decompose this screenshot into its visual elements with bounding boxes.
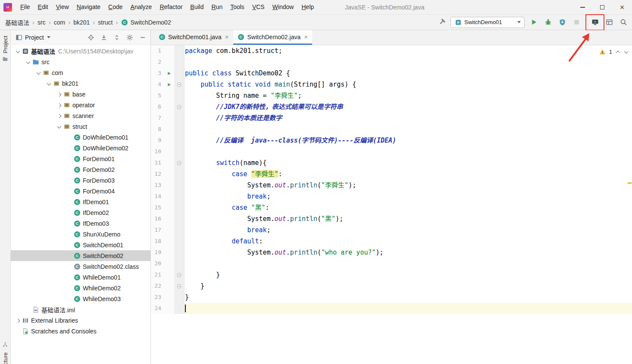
chevron-down-icon[interactable] [25,59,32,65]
tree-item-ifdemo03[interactable]: CIfDemo03 [11,218,150,229]
tree-item-ifdemo01[interactable]: CIfDemo01 [11,196,150,207]
code-text[interactable]: case "黑": [185,202,632,213]
menu-code[interactable]: Code [104,0,126,14]
tree-item-dowhiledemo02[interactable]: CDoWhileDemo02 [11,143,150,153]
code-text[interactable]: //字符的本质还是数字 [185,112,632,124]
hide-panel-icon[interactable] [139,34,146,41]
tree-item-fordemo01[interactable]: CForDemo01 [11,153,150,164]
tree-item-fordemo03[interactable]: CForDemo03 [11,175,150,186]
tree-item-ifdemo02[interactable]: CIfDemo02 [11,207,150,218]
breadcrumb-item-com[interactable]: com [54,19,65,26]
run-config-select[interactable]: SwitchDemo01 [451,17,525,28]
tree-item-switchdemo02[interactable]: CSwitchDemo02 [11,250,150,261]
locate-file-icon[interactable] [87,34,94,41]
fold-icon[interactable] [177,284,181,288]
chevron-down-icon[interactable] [14,48,22,55]
layout-icon[interactable] [604,17,614,28]
menu-navigate[interactable]: Navigate [73,0,104,14]
breadcrumb-item-switchdemo02[interactable]: CSwitchDemo02 [121,19,171,26]
code-text[interactable]: } [185,292,632,303]
tree-item-com[interactable]: com [11,67,150,78]
code-text[interactable] [185,303,632,314]
chevron-right-icon[interactable] [56,102,63,109]
menu-help[interactable]: Help [297,0,318,14]
tree-item-whiledemo01[interactable]: CWhileDemo01 [11,272,150,283]
tree-item-whiledemo02[interactable]: CWhileDemo02 [11,283,150,293]
tree-item-fordemo04[interactable]: CForDemo04 [11,186,150,196]
menu-run[interactable]: Run [207,0,226,14]
tree-item-struct[interactable]: struct [11,121,150,132]
tab-switchdemo02-java[interactable]: CSwitchDemo02.java× [233,30,313,45]
breadcrumb-item-src[interactable]: src [38,19,46,26]
tree-item-fordemo02[interactable]: CForDemo02 [11,164,150,175]
menu-vcs[interactable]: VCS [248,0,269,14]
fold-icon[interactable] [177,161,181,165]
tree-item-bk201[interactable]: bk201 [11,78,150,89]
menu-view[interactable]: View [52,0,73,14]
code-text[interactable]: System.out.println("李舜生"); [185,180,632,191]
code-text[interactable]: break; [185,224,632,236]
tree-item-scratches-and-consoles[interactable]: Scratches and Consoles [11,326,150,336]
code-text[interactable]: //反编译 java---class(字节码文件)----反编译(IDEA) [185,135,632,146]
run-button[interactable] [529,17,539,28]
code-text[interactable]: default: [185,236,632,247]
code-text[interactable]: System.out.println("who are you?"); [185,247,632,258]
menu-analyze[interactable]: Analyze [127,0,156,14]
close-tab-icon[interactable]: × [304,33,308,40]
tree-item-switchdemo01[interactable]: CSwitchDemo01 [11,240,150,250]
chevron-down-icon[interactable] [45,80,53,87]
close-button[interactable]: × [612,0,632,14]
tree-item-src[interactable]: src [11,56,150,67]
next-warning-icon[interactable] [623,49,629,54]
tree-item-iml[interactable]: 基础语法.iml [11,304,150,315]
debug-button[interactable] [543,17,553,28]
code-text[interactable]: case "李舜生": [185,168,632,180]
collapse-all-icon[interactable] [113,34,120,41]
chevron-right-icon[interactable] [56,91,63,98]
fold-icon[interactable] [177,105,181,109]
code-text[interactable]: public static void main(String[] args) { [185,79,632,90]
code-text[interactable] [185,124,632,135]
breadcrumb-item-struct[interactable]: struct [98,19,113,26]
code-text[interactable]: } [185,280,632,292]
code-text[interactable]: package com.bk201.struct; [185,45,632,56]
code-text[interactable]: break; [185,191,632,202]
menu-window[interactable]: Window [269,0,298,14]
code-text[interactable]: } [185,269,632,280]
coverage-button[interactable] [557,17,567,28]
menu-build[interactable]: Build [186,0,207,14]
menu-tools[interactable]: Tools [226,0,248,14]
close-tab-icon[interactable]: × [225,33,229,40]
chevron-down-icon[interactable] [47,36,50,38]
minimize-button[interactable] [573,0,592,14]
chevron-right-icon[interactable] [56,112,63,119]
maximize-button[interactable] [592,0,612,14]
run-line-icon[interactable] [164,68,174,79]
run-line-icon[interactable] [164,79,174,90]
project-stripe-icon[interactable] [2,56,8,64]
menu-file[interactable]: File [16,0,34,14]
code-text[interactable] [185,56,632,68]
tree-item-dowhiledemo01[interactable]: CDoWhileDemo01 [11,132,150,143]
search-icon[interactable] [618,17,629,28]
code-text[interactable]: String name = "李舜生"; [185,90,632,101]
stripe-project-button[interactable]: Project [2,36,9,53]
tab-switchdemo01-java[interactable]: CSwitchDemo01.java× [154,30,233,45]
tree-item-shunxudemo[interactable]: CShunXuDemo [11,229,150,240]
menu-refactor[interactable]: Refactor [156,0,186,14]
code-text[interactable]: //JDK7的新特性，表达式结果可以是字符串 [185,101,632,112]
chevron-down-icon[interactable] [35,69,42,76]
tree-item-external-libraries[interactable]: External Libraries [11,315,150,326]
code-text[interactable] [185,146,632,157]
structure-stripe-icon[interactable] [2,342,8,349]
tree-item-scanner[interactable]: scanner [11,110,150,121]
code-text[interactable]: switch(name){ [185,157,632,168]
profiler-button[interactable] [590,17,600,28]
scroll-from-source-icon[interactable] [100,34,107,41]
tree-item-base[interactable]: base [11,89,150,100]
menu-edit[interactable]: Edit [34,0,52,14]
prev-warning-icon[interactable] [615,49,620,54]
code-text[interactable]: System.out.println("黑"); [185,213,632,224]
build-project-icon[interactable] [436,17,447,28]
tree-item-switchdemo02-class[interactable]: CSwitchDemo02.class [11,261,150,272]
